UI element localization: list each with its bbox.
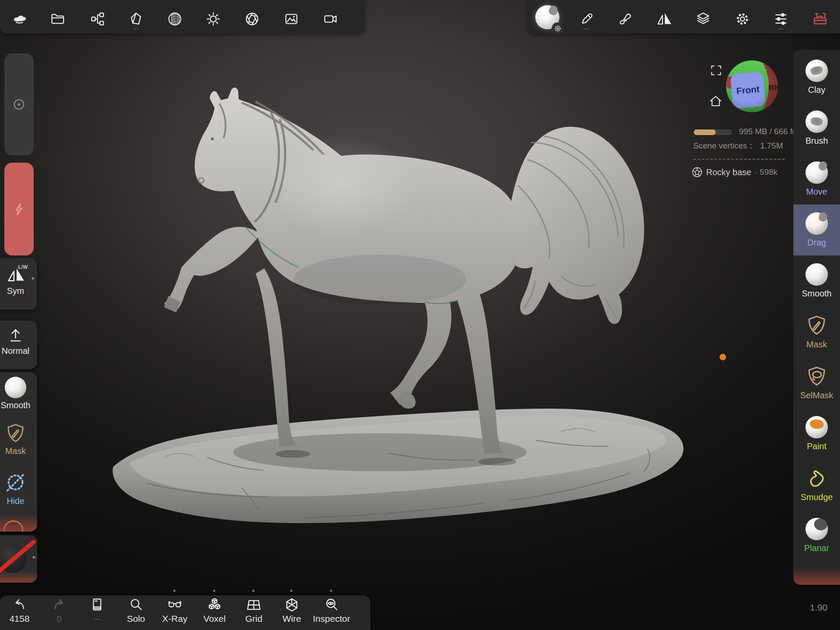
history-more-indicator: …: [94, 614, 101, 621]
history-notebook-button[interactable]: …: [79, 597, 115, 628]
scene-vertices-stat: Scene vertices： 1.75M: [693, 140, 783, 151]
paint-sphere-icon: [805, 416, 828, 438]
nomad-logo-icon[interactable]: [10, 9, 29, 28]
symmetry-panel[interactable]: L/W ▸ Sym: [0, 258, 37, 310]
tool-move[interactable]: Move: [793, 154, 840, 205]
tool-smudge[interactable]: Smudge: [793, 459, 840, 510]
layers-icon[interactable]: [694, 9, 713, 28]
wire-sphere-icon: [284, 597, 300, 613]
scene-object-count: · 598k: [755, 167, 778, 177]
undo-button[interactable]: 4158: [1, 597, 38, 628]
smooth-sphere-icon: [805, 263, 828, 286]
lighting-icon[interactable]: [204, 9, 223, 28]
tool-smooth[interactable]: Smooth: [793, 255, 840, 306]
mirror-icon[interactable]: [654, 9, 673, 28]
tool-brush[interactable]: Brush: [793, 103, 840, 154]
smooth-sphere-icon: [5, 377, 26, 398]
redo-count: 0: [57, 614, 62, 624]
primitives-more-indicator: …: [126, 24, 145, 30]
undo-icon: [12, 597, 27, 613]
material-gear-badge-icon[interactable]: [552, 22, 563, 34]
top-left-toolbar: …: [0, 0, 365, 34]
mask-shield-icon: [805, 314, 828, 337]
mesh-sphere-icon: [692, 167, 703, 178]
tool-selmask[interactable]: SelMask: [793, 357, 840, 408]
inspector-eye-icon: [324, 597, 339, 613]
wire-button[interactable]: Wire: [274, 597, 310, 628]
memory-usage-text: 995 MB / 666 M: [739, 127, 794, 136]
symmetry-toggle[interactable]: Sym: [0, 266, 31, 296]
tool-paint[interactable]: Paint: [793, 408, 840, 459]
home-view-icon[interactable]: [708, 94, 723, 109]
voxel-button[interactable]: Voxel: [196, 597, 233, 628]
scene-object-name: Rocky base: [706, 167, 752, 177]
arrow-up-icon: [7, 327, 24, 344]
falloff-panel[interactable]: ▸: [0, 535, 37, 583]
xray-glasses-icon: [167, 597, 183, 613]
horse-model[interactable]: [164, 88, 644, 466]
partial-orange-ring-icon: [3, 520, 23, 532]
redo-icon: [51, 597, 67, 613]
radius-dot-icon: [12, 97, 26, 112]
panel-expand-chevron[interactable]: ▸: [32, 274, 35, 281]
bottom-toolbar: 4158 0 … Solo X-Ray Voxel Grid Wire: [0, 595, 370, 630]
scene-graph-icon[interactable]: [88, 9, 107, 28]
stroke-more-indicator: …: [577, 24, 596, 30]
lightning-icon: [12, 202, 26, 217]
selmask-shield-icon: [805, 365, 828, 387]
stats-divider: [693, 159, 785, 160]
sliders-more-indicator: …: [771, 24, 790, 30]
rocky-base-model[interactable]: [113, 409, 683, 523]
settings-gear-icon[interactable]: [733, 9, 752, 28]
popup-caret: ▲: [329, 588, 333, 592]
tool-drag-selected[interactable]: Drag: [793, 205, 840, 255]
tool-hide-left[interactable]: Hide: [0, 471, 31, 506]
falloff-scroll-fade: [0, 571, 37, 583]
grid-button[interactable]: Grid: [236, 597, 272, 628]
tool-mask[interactable]: Mask: [793, 306, 840, 357]
app-version: 1.90: [810, 602, 827, 613]
solo-button[interactable]: Solo: [118, 597, 154, 628]
scene-vertices-value: 1.75M: [760, 141, 783, 150]
grid-icon: [246, 597, 262, 613]
tool-mask-left[interactable]: Mask: [0, 422, 31, 456]
popup-caret: ▲: [172, 588, 177, 592]
postprocess-icon[interactable]: [243, 9, 262, 28]
undo-count: 4158: [9, 614, 30, 624]
brush-sphere-icon: [805, 110, 828, 133]
move-sphere-icon: [805, 161, 828, 184]
inspector-button[interactable]: Inspector: [313, 597, 350, 628]
normal-mode-button[interactable]: Normal: [0, 327, 31, 356]
normal-mode-panel[interactable]: Normal: [0, 321, 37, 369]
drag-sphere-icon: [805, 212, 828, 235]
orientation-nav-sphere[interactable]: Front Right: [724, 59, 780, 114]
toolbox-icon[interactable]: [811, 9, 830, 28]
tool-smooth-left[interactable]: Smooth: [0, 377, 31, 410]
stroke-marker-dot: [720, 354, 726, 360]
material-blob: [548, 4, 559, 16]
tool-partial-next[interactable]: [793, 561, 840, 585]
tool-planar[interactable]: Planar: [793, 510, 840, 561]
radius-slider[interactable]: [4, 54, 34, 155]
voxel-cubes-icon: [207, 597, 222, 613]
falloff-sphere-icon: [0, 545, 27, 573]
redo-button[interactable]: 0: [41, 597, 77, 628]
xray-button[interactable]: X-Ray: [157, 597, 193, 628]
scene-vertices-label: Scene vertices：: [693, 141, 755, 150]
top-right-toolbar: … …: [527, 0, 840, 34]
planar-sphere-icon: [805, 518, 828, 540]
paintbrush-icon[interactable]: [616, 9, 635, 28]
popup-caret: ▲: [251, 588, 256, 592]
files-icon[interactable]: [48, 9, 67, 28]
clay-sphere-icon: [805, 60, 828, 82]
fullscreen-icon[interactable]: [710, 64, 723, 77]
scene-object-row[interactable]: Rocky base · 598k: [692, 167, 777, 178]
intensity-slider[interactable]: [4, 163, 34, 255]
popup-caret: ▲: [289, 588, 294, 592]
panel-expand-chevron[interactable]: ▸: [33, 553, 36, 560]
mirror-icon: [6, 266, 25, 284]
tool-clay[interactable]: Clay: [793, 52, 840, 103]
background-image-icon[interactable]: [282, 9, 301, 28]
camera-icon[interactable]: [321, 9, 340, 28]
topology-icon[interactable]: [165, 9, 184, 28]
